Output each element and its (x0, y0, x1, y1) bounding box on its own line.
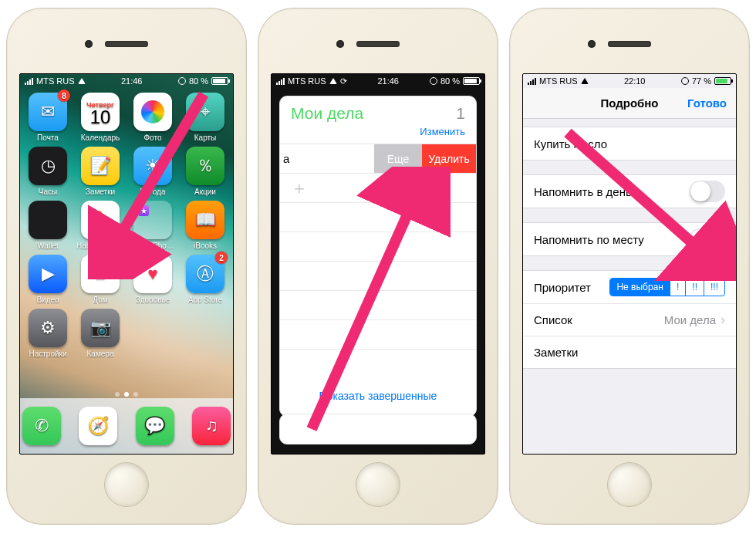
messages-icon: 💬 (136, 407, 174, 445)
chevron-right-icon: › (721, 312, 725, 328)
dock-music[interactable]: ♫ (191, 407, 234, 445)
appstore-icon: Ⓐ2 (186, 255, 224, 293)
weather-icon: ☀︎ (133, 147, 172, 185)
app-videos[interactable]: ▶Видео (26, 255, 69, 304)
swipe-delete-button[interactable]: Удалить (422, 144, 476, 173)
phone-icon: ✆ (22, 407, 61, 445)
reminder-row-swiped[interactable]: а Еще Удалить (280, 144, 476, 173)
phone-home-screen: MTS RUS 21:46 80 % ✉︎8Почта Четверг10Кал… (6, 8, 247, 525)
battery-icon (463, 77, 480, 85)
notes-icon: 📝 (81, 147, 120, 185)
dock-messages[interactable]: 💬 (133, 407, 177, 445)
orientation-lock-icon (178, 77, 186, 85)
app-wallet[interactable]: Wallet (26, 201, 69, 250)
battery-icon (714, 77, 731, 85)
photos-icon (141, 100, 164, 123)
signal-bars-icon (25, 77, 33, 85)
section-remind-day: Напомнить в день (523, 174, 736, 208)
dock-safari[interactable]: 🧭 (77, 407, 120, 445)
status-bar: MTS RUS 21:46 80 % (20, 74, 233, 88)
app-calendar[interactable]: Четверг10Календарь (79, 93, 122, 142)
remind-on-day-cell: Напомнить в день (523, 175, 736, 208)
priority-cell: Приоритет Не выбран ! !! !!! (523, 271, 736, 303)
orientation-lock-icon (430, 77, 437, 85)
camera-icon: 📷 (81, 309, 120, 347)
dock-phone[interactable]: ✆ (20, 407, 63, 445)
reminders-card-collapsed[interactable] (279, 414, 477, 444)
remind-place-toggle[interactable] (690, 228, 725, 250)
app-settings[interactable]: ⚙︎Настройки (26, 309, 69, 358)
reminder-text: а (283, 152, 289, 165)
section-priority-list-notes: Приоритет Не выбран ! !! !!! Список Мои … (523, 270, 736, 369)
app-notes[interactable]: 📝Заметки (79, 147, 122, 196)
battery-pct: 80 % (440, 76, 460, 86)
phone-reminder-detail: MTS RUS 22:10 77 % Подробно Готово Купит… (509, 8, 750, 525)
reminder-title-field[interactable]: Купить масло (523, 127, 736, 160)
priority-low[interactable]: ! (670, 279, 685, 296)
nav-bar: Подробно Готово (523, 88, 736, 119)
reminder-row-empty (280, 202, 476, 232)
reminder-row-empty (280, 319, 476, 349)
maps-icon: ⌖ (186, 93, 224, 131)
reminders-icon (81, 201, 120, 239)
reminder-row-add[interactable]: ＋ (280, 173, 476, 202)
notes-cell[interactable]: Заметки (523, 336, 736, 368)
list-count: 1 (456, 104, 465, 123)
screen-home: MTS RUS 21:46 80 % ✉︎8Почта Четверг10Кал… (19, 73, 234, 455)
done-button[interactable]: Готово (687, 96, 727, 110)
app-mail[interactable]: ✉︎8Почта (26, 93, 69, 142)
videos-icon: ▶ (29, 255, 67, 293)
battery-pct: 80 % (189, 76, 208, 86)
app-ibooks[interactable]: 📖iBooks (184, 201, 227, 250)
app-weather[interactable]: ☀︎Погода (131, 147, 174, 196)
app-health[interactable]: ♥︎Здоровье (131, 255, 174, 304)
screen-reminders: MTS RUS ⟳ 21:46 80 % Мои дела 1 Изменить… (271, 73, 485, 455)
section-title: Купить масло (523, 127, 736, 161)
app-clock[interactable]: ◷Часы (26, 147, 69, 196)
swipe-more-button[interactable]: Еще (374, 144, 422, 173)
app-reminders[interactable]: Напоминания (79, 201, 122, 250)
phone-reminders-list: MTS RUS ⟳ 21:46 80 % Мои дела 1 Изменить… (258, 8, 498, 525)
carrier-label: MTS RUS (539, 76, 578, 86)
status-bar: MTS RUS 22:10 77 % (523, 74, 736, 88)
clock-icon: ◷ (29, 147, 67, 185)
app-folder[interactable]: ★Apple-iPhon… (131, 201, 174, 250)
app-stocks[interactable]: ％Акции (184, 147, 227, 196)
badge-appstore: 2 (215, 252, 228, 264)
wifi-icon (78, 78, 86, 84)
priority-med[interactable]: !! (685, 279, 704, 296)
orientation-lock-icon (681, 77, 689, 85)
signal-bars-icon (276, 77, 285, 85)
priority-high[interactable]: !!! (704, 279, 724, 296)
list-title: Мои дела (291, 104, 363, 123)
wifi-icon (581, 78, 589, 84)
clock-label: 21:46 (121, 76, 143, 86)
clock-label: 22:10 (624, 76, 646, 86)
home-icon: ⌂ (81, 255, 120, 293)
reminder-row-empty (280, 290, 476, 319)
plus-icon: ＋ (291, 177, 308, 200)
list-value: Мои дела (664, 313, 716, 326)
priority-none[interactable]: Не выбран (610, 279, 670, 296)
clock-label: 21:46 (377, 76, 399, 86)
remind-day-toggle[interactable] (690, 181, 725, 202)
app-home[interactable]: ⌂Дом (79, 255, 122, 304)
list-cell[interactable]: Список Мои дела› (523, 303, 736, 336)
page-indicator (20, 392, 233, 397)
priority-segmented-control[interactable]: Не выбран ! !! !!! (609, 278, 725, 296)
activity-icon: ⟳ (340, 76, 347, 86)
app-maps[interactable]: ⌖Карты (184, 93, 227, 142)
reminder-row-empty (280, 232, 476, 261)
battery-pct: 77 % (692, 76, 711, 86)
reminder-row-empty (280, 349, 476, 378)
section-remind-place: Напомнить по месту (523, 222, 736, 256)
status-bar: MTS RUS ⟳ 21:46 80 % (272, 74, 484, 88)
remind-at-location-cell: Напомнить по месту (523, 223, 736, 255)
dock: ✆ 🧭 💬 ♫ (20, 398, 233, 454)
edit-button[interactable]: Изменить (280, 126, 476, 144)
app-appstore[interactable]: Ⓐ2App Store (184, 255, 227, 304)
carrier-label: MTS RUS (288, 76, 326, 86)
app-photos[interactable]: Фото (131, 93, 174, 142)
show-completed-button[interactable]: Показать завершенные (280, 379, 476, 413)
app-camera[interactable]: 📷Камера (79, 309, 122, 358)
